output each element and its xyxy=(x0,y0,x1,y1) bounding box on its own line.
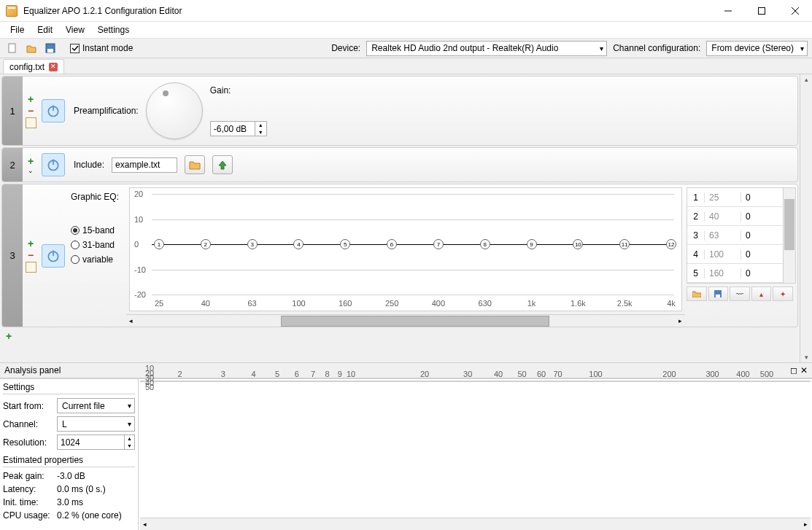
save-button[interactable] xyxy=(42,40,58,56)
menu-edit[interactable]: Edit xyxy=(31,23,58,36)
maximize-button[interactable] xyxy=(745,0,778,22)
eq-hscrollbar[interactable]: ◂ ▸ xyxy=(126,314,685,327)
undock-icon[interactable]: ◻ xyxy=(790,365,797,375)
main-vscrollbar[interactable] xyxy=(800,74,812,362)
eq-table-scrollbar[interactable] xyxy=(783,188,795,283)
toolbar: Instant mode Device: Realtek HD Audio 2n… xyxy=(0,38,812,58)
eq-point[interactable]: 6 xyxy=(387,239,397,249)
svg-rect-1 xyxy=(759,7,765,14)
eq-point[interactable]: 8 xyxy=(480,239,490,249)
resolution-spinbox[interactable]: ▲▼ xyxy=(57,434,135,450)
eq-tool-open-icon[interactable] xyxy=(687,287,707,301)
analysis-panel: Settings Start from: Current file Channe… xyxy=(0,378,812,530)
eq-point[interactable]: 9 xyxy=(527,239,537,249)
open-button[interactable] xyxy=(23,40,39,56)
eq-point[interactable]: 5 xyxy=(340,239,350,249)
titlebar: Equalizer APO 1.2.1 Configuration Editor xyxy=(0,0,812,22)
eq-point[interactable]: 3 xyxy=(247,239,258,249)
power-button[interactable] xyxy=(42,99,65,122)
peakgain-label: Peak gain: xyxy=(3,471,54,481)
analysis-title: Analysis panel xyxy=(4,365,61,375)
chanconf-combo[interactable]: From device (Stereo) xyxy=(706,41,808,56)
table-row[interactable]: 51600 xyxy=(687,264,783,283)
gain-dial[interactable] xyxy=(146,82,203,139)
spin-up-icon[interactable]: ▲ xyxy=(255,122,266,129)
instant-mode-checkbox[interactable]: Instant mode xyxy=(70,43,133,53)
radio-variable[interactable]: variable xyxy=(71,254,123,265)
up-button[interactable] xyxy=(212,155,233,174)
radio-15band[interactable]: 15-band xyxy=(71,225,123,235)
eq-point[interactable]: 4 xyxy=(293,239,303,249)
minimize-button[interactable] xyxy=(711,0,745,22)
tabbar: config.txt ✕ xyxy=(0,58,812,74)
startfrom-combo[interactable]: Current file xyxy=(57,398,135,413)
menu-settings[interactable]: Settings xyxy=(92,23,135,36)
peakgain-value: -3.0 dB xyxy=(57,471,85,481)
table-row[interactable]: 2400 xyxy=(687,207,783,226)
remove-icon[interactable]: − xyxy=(28,106,34,116)
latency-value: 0.0 ms (0 s.) xyxy=(57,484,106,494)
eq-point[interactable]: 12 xyxy=(666,239,676,249)
expand-icon[interactable]: ⌄ xyxy=(28,168,34,174)
eq-tool-save-icon[interactable] xyxy=(708,287,729,301)
table-row[interactable]: 41000 xyxy=(687,245,783,264)
eq-chart[interactable]: 20100-10-202540631001602504006301k1.6k2.… xyxy=(129,187,682,311)
new-button[interactable] xyxy=(4,40,20,56)
close-button[interactable] xyxy=(778,0,812,22)
tab-config[interactable]: config.txt ✕ xyxy=(3,59,64,74)
edit-icon[interactable] xyxy=(26,117,36,128)
filter-row-1: 1 + − Preamplification: Gain: ▲▼ xyxy=(1,76,798,146)
gain-input[interactable] xyxy=(211,124,255,134)
settings-group-label: Settings xyxy=(3,382,135,394)
init-label: Init. time: xyxy=(3,497,54,507)
analysis-chart[interactable]: 5040302010234567891020304050607010020030… xyxy=(140,381,811,382)
channel-label: Channel: xyxy=(3,419,54,429)
add-icon[interactable]: + xyxy=(28,238,34,249)
eq-point[interactable]: 2 xyxy=(201,239,211,249)
analysis-panel-header: Analysis panel ◻ ✕ xyxy=(0,362,812,378)
menu-view[interactable]: View xyxy=(60,23,90,36)
include-file-input[interactable] xyxy=(112,157,177,173)
eq-point[interactable]: 7 xyxy=(433,239,444,249)
cpu-value: 0.2 % (one core) xyxy=(57,510,122,521)
eq-tool-normalize-icon[interactable]: ▴ xyxy=(751,287,772,301)
eq-point[interactable]: 11 xyxy=(619,239,630,249)
eq-tool-invert-icon[interactable]: 〰 xyxy=(730,287,750,301)
remove-icon[interactable]: − xyxy=(28,250,34,260)
eq-label: Graphic EQ: xyxy=(71,192,123,202)
eq-tool-reset-icon[interactable]: ✦ xyxy=(773,287,793,301)
power-button[interactable] xyxy=(42,153,65,176)
resolution-input[interactable] xyxy=(58,437,124,448)
table-row[interactable]: 1250 xyxy=(687,188,783,207)
window-title: Equalizer APO 1.2.1 Configuration Editor xyxy=(23,6,182,16)
panel-close-icon[interactable]: ✕ xyxy=(800,365,808,375)
startfrom-label: Start from: xyxy=(3,401,54,411)
edit-icon[interactable] xyxy=(26,262,36,273)
eq-table: 1250240036304100051600 xyxy=(687,187,796,284)
row-number: 1 xyxy=(2,77,23,145)
spin-down-icon[interactable]: ▼ xyxy=(255,129,266,136)
channel-combo[interactable]: L xyxy=(57,416,135,432)
tab-close-icon[interactable]: ✕ xyxy=(49,63,58,71)
main-area: 1 + − Preamplification: Gain: ▲▼ xyxy=(0,74,812,362)
power-button[interactable] xyxy=(42,244,65,268)
analysis-hscrollbar[interactable]: ◂▸ xyxy=(140,518,811,530)
estprop-group-label: Estimated properties xyxy=(3,455,135,467)
add-icon[interactable]: + xyxy=(28,156,34,166)
table-row[interactable]: 3630 xyxy=(687,226,783,245)
latency-label: Latency: xyxy=(3,484,54,494)
gain-spinbox[interactable]: ▲▼ xyxy=(210,121,267,136)
svg-rect-4 xyxy=(9,44,15,52)
row-number: 3 xyxy=(2,184,23,327)
menu-file[interactable]: File xyxy=(4,23,30,36)
add-icon[interactable]: + xyxy=(28,94,34,104)
device-combo[interactable]: Realtek HD Audio 2nd output - Realtek(R)… xyxy=(366,41,607,56)
gain-label: Gain: xyxy=(210,85,231,96)
add-filter-row: + xyxy=(0,329,800,343)
add-filter-icon[interactable]: + xyxy=(6,331,12,341)
eq-point[interactable]: 10 xyxy=(573,239,583,249)
radio-31band[interactable]: 31-band xyxy=(71,240,123,250)
eq-point[interactable]: 1 xyxy=(154,239,164,249)
cpu-label: CPU usage: xyxy=(3,510,54,521)
browse-button[interactable] xyxy=(185,155,205,174)
